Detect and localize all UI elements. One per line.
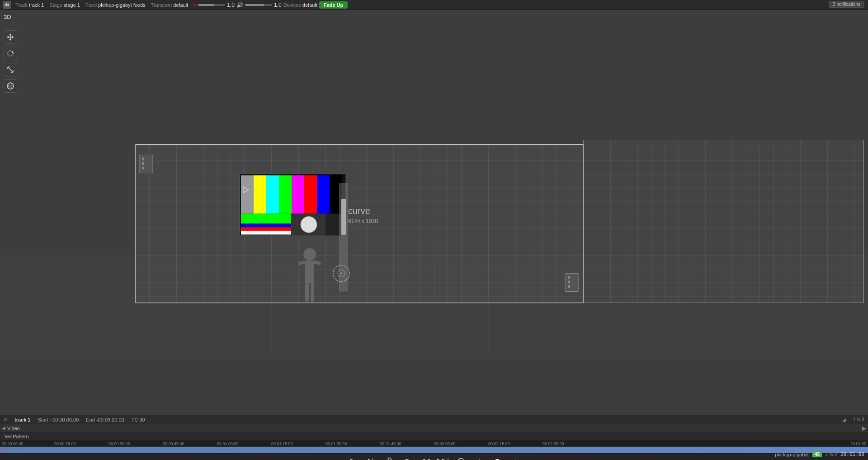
- timeline-fractions: 7 ¾ 9: [853, 417, 864, 422]
- master-volume-value: 1.0: [227, 2, 235, 8]
- clip-row: TestPattern: [0, 432, 868, 441]
- feed-value[interactable]: pkirkup-gigabyt feeds: [98, 2, 146, 8]
- svg-rect-41: [305, 261, 314, 284]
- time-10: 00:02:30.00: [542, 441, 564, 446]
- channel-volume-slider[interactable]: [245, 4, 272, 6]
- svg-rect-36: [341, 199, 346, 235]
- devices-value[interactable]: default: [302, 2, 317, 8]
- play-to-end-button[interactable]: ▶|: [365, 455, 376, 460]
- host-name: pkirkup-gigabyt: [775, 452, 809, 457]
- right-status: pkirkup-gigabyt 45 7 ¾ 9 20:01:00: [775, 451, 864, 457]
- record-button[interactable]: ●: [510, 455, 521, 460]
- svg-rect-14: [142, 167, 144, 170]
- track-end: End -00:09:20.00: [86, 417, 124, 422]
- track-label: Track: [15, 2, 28, 8]
- svg-rect-29: [241, 224, 291, 228]
- timeline-track[interactable]: ⊡ 🔍: [0, 447, 868, 453]
- app-icon: d3: [3, 1, 11, 9]
- skip-end-button[interactable]: ▶▶|: [438, 455, 448, 460]
- rewind-button[interactable]: ◀◀: [420, 455, 430, 460]
- timeline-ruler[interactable]: 00:00:00.00 00:00:15.00 00:00:30.00 00:0…: [0, 441, 868, 447]
- transport-label: Transport: [151, 2, 172, 8]
- svg-point-48: [340, 273, 342, 275]
- timeline-options-icon: ◢: [842, 417, 846, 422]
- notifications-button[interactable]: 2 notifications: [829, 1, 864, 8]
- track-arrow-icon: ▶: [862, 425, 866, 432]
- track-expand-icon[interactable]: ◀: [2, 426, 5, 431]
- mark-out-button[interactable]: ▼: [492, 455, 503, 460]
- track-value[interactable]: track 1: [29, 2, 44, 8]
- stage-section: Stage stage 1: [49, 2, 80, 8]
- time-8: 00:02:00.00: [434, 441, 456, 446]
- svg-rect-12: [142, 158, 144, 161]
- mark-in-button[interactable]: ▲: [474, 455, 485, 460]
- channel-volume-control: 🔊 1.0: [236, 2, 282, 8]
- top-bar: d3 Track track 1 Stage stage 1 Feed pkir…: [0, 0, 868, 10]
- svg-rect-30: [241, 228, 291, 231]
- master-volume-slider[interactable]: [198, 4, 225, 6]
- feed-section: Feed pkirkup-gigabyt feeds: [85, 2, 146, 8]
- feed-label: Feed: [85, 2, 97, 8]
- track-indicator-icon: ⊙: [4, 417, 7, 422]
- track-start: Start +00:00:00.00: [38, 417, 79, 422]
- track-info-name: track 1: [14, 417, 30, 422]
- svg-rect-22: [266, 175, 279, 214]
- transport-value[interactable]: default: [173, 2, 188, 8]
- svg-text:curve: curve: [348, 206, 370, 216]
- timecode-display: 20:01:00: [840, 451, 864, 457]
- svg-rect-11: [139, 155, 153, 173]
- devices-section: Devices default: [283, 2, 317, 8]
- record-indicator: ●: [193, 2, 196, 7]
- playback-controls: ▶ ▶| ■ ◀◀ ▶▶| ▲ ▼ ● pkirkup-gigabyt 45 7…: [0, 453, 868, 460]
- fade-up-button[interactable]: Fade Up: [319, 1, 348, 9]
- time-2: 00:00:30.00: [108, 441, 130, 446]
- svg-rect-23: [279, 175, 292, 214]
- svg-rect-24: [292, 175, 304, 214]
- playhead: [0, 447, 0, 453]
- time-7: 00:01:45.00: [380, 441, 401, 446]
- svg-rect-26: [317, 175, 330, 214]
- channel-volume-value: 1.0: [274, 2, 282, 8]
- timeline-clip-fill: [0, 447, 868, 453]
- time-5: 00:01:15.00: [271, 441, 293, 446]
- time-end: 20:01:00: [850, 441, 866, 446]
- video-track-label: Video: [7, 426, 20, 431]
- video-track-row: ◀ Video ▶: [0, 424, 868, 432]
- time-6: 00:01:30.00: [326, 441, 347, 446]
- time-1: 00:00:15.00: [54, 441, 76, 446]
- resolution-display: 7 ¾ 9: [826, 452, 837, 457]
- speaker-icon: 🔊: [236, 2, 243, 8]
- clip-name-label: TestPattern: [4, 434, 29, 439]
- master-volume-control: ● 1.0: [193, 2, 235, 8]
- transport-section: Transport default: [151, 2, 189, 8]
- fps-badge: 45: [812, 451, 822, 457]
- devices-label: Devices: [283, 2, 301, 8]
- stage-label: Stage: [49, 2, 62, 8]
- stage-value[interactable]: stage 1: [64, 2, 80, 8]
- main-viewport: 3D: [0, 10, 868, 415]
- svg-rect-8: [583, 140, 863, 303]
- svg-rect-13: [142, 162, 144, 165]
- track-tc: TC 30: [132, 417, 145, 422]
- play-button[interactable]: ▶: [347, 455, 358, 460]
- track-info-bar: ⊙ track 1 Start +00:00:00.00 End -00:09:…: [0, 415, 868, 424]
- 3d-scene: curve 6144 x 1920: [0, 10, 868, 415]
- svg-text:6144 x 1920: 6144 x 1920: [348, 218, 378, 224]
- 3d-viewport[interactable]: 3D: [0, 10, 868, 415]
- time-0: 00:00:00.00: [2, 441, 24, 446]
- loop-button[interactable]: [383, 455, 394, 460]
- bottom-panel: ⊙ track 1 Start +00:00:00.00 End -00:09:…: [0, 415, 868, 460]
- svg-rect-20: [241, 175, 254, 214]
- svg-rect-28: [241, 214, 291, 224]
- svg-rect-25: [304, 175, 317, 214]
- time-9: 00:02:15.00: [488, 441, 510, 446]
- svg-rect-16: [568, 276, 570, 279]
- svg-point-40: [303, 248, 316, 261]
- svg-rect-15: [565, 274, 579, 292]
- svg-point-33: [301, 217, 317, 233]
- stop-button[interactable]: ■: [401, 455, 412, 460]
- go-back-button[interactable]: [456, 455, 467, 460]
- time-3: 00:00:45.00: [163, 441, 184, 446]
- svg-rect-43: [311, 284, 314, 302]
- svg-rect-42: [305, 284, 309, 302]
